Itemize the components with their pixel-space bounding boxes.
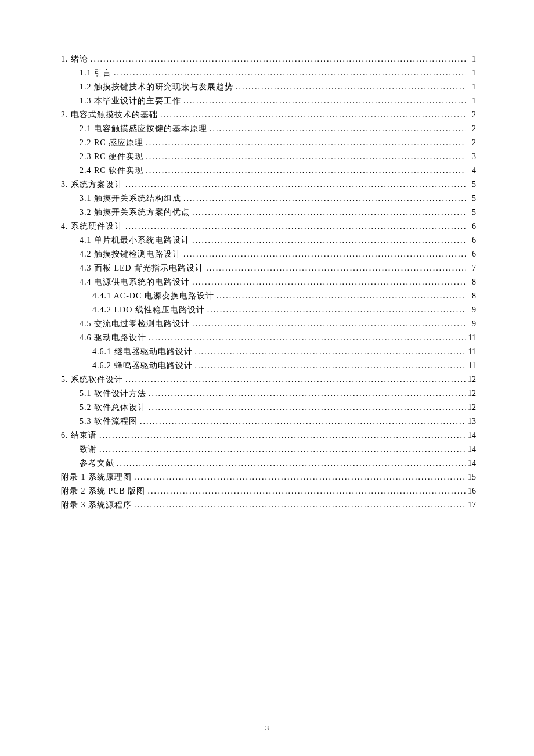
toc-entry: 4.1 单片机最小系统电路设计6	[61, 233, 476, 247]
toc-entry-page: 11	[466, 331, 476, 345]
toc-entry-label: 致谢	[80, 442, 97, 456]
toc-entry: 3.2 触摸开关系统方案的优点5	[61, 206, 476, 219]
toc-entry-label: 5.2 软件总体设计	[80, 401, 146, 415]
toc-leader-dots	[146, 331, 466, 345]
toc-leader-dots	[207, 122, 466, 136]
document-page: 1. 绪论11.1 引言11.2 触摸按键技术的研究现状与发展趋势11.3 本毕…	[0, 0, 534, 756]
toc-entry-label: 附录 2 系统 PCB 版图	[61, 484, 145, 498]
toc-entry: 1.1 引言1	[61, 66, 476, 80]
toc-leader-dots	[143, 136, 466, 150]
toc-leader-dots	[97, 429, 466, 442]
table-of-contents: 1. 绪论11.1 引言11.2 触摸按键技术的研究现状与发展趋势11.3 本毕…	[61, 52, 476, 512]
toc-leader-dots	[143, 164, 466, 178]
toc-entry-page: 11	[466, 359, 476, 373]
toc-entry-label: 附录 3 系统源程序	[61, 498, 132, 512]
toc-entry-label: 4.4.2 LDO 线性稳压电路设计	[92, 303, 205, 317]
toc-entry-label: 1.2 触摸按键技术的研究现状与发展趋势	[80, 80, 233, 94]
toc-entry-label: 2.2 RC 感应原理	[80, 136, 143, 150]
toc-entry-label: 3. 系统方案设计	[61, 178, 123, 192]
toc-entry-page: 8	[466, 289, 476, 303]
toc-entry-page: 9	[466, 317, 476, 331]
toc-leader-dots	[193, 345, 466, 359]
toc-leader-dots	[181, 247, 466, 261]
toc-entry: 附录 3 系统源程序17	[61, 498, 476, 512]
toc-entry-page: 3	[466, 150, 476, 164]
toc-entry-page: 2	[466, 108, 476, 122]
toc-entry-page: 5	[466, 192, 476, 206]
toc-entry-label: 1.1 引言	[80, 66, 111, 80]
toc-entry: 2. 电容式触摸技术的基础2	[61, 108, 476, 122]
toc-leader-dots	[204, 261, 466, 275]
toc-entry: 1.2 触摸按键技术的研究现状与发展趋势1	[61, 80, 476, 94]
toc-leader-dots	[123, 178, 466, 192]
toc-leader-dots	[190, 206, 466, 219]
toc-entry: 2.2 RC 感应原理2	[61, 136, 476, 150]
toc-entry-page: 1	[466, 66, 476, 80]
toc-entry-label: 5. 系统软件设计	[61, 373, 123, 387]
toc-entry: 1. 绪论1	[61, 52, 476, 66]
toc-entry-label: 2. 电容式触摸技术的基础	[61, 108, 158, 122]
toc-leader-dots	[205, 303, 466, 317]
toc-entry-page: 8	[466, 275, 476, 289]
toc-leader-dots	[190, 317, 466, 331]
toc-leader-dots	[145, 484, 466, 498]
toc-entry-page: 12	[466, 387, 476, 401]
toc-leader-dots	[143, 150, 466, 164]
toc-entry-page: 11	[466, 345, 476, 359]
toc-entry: 4.3 面板 LED 背光指示电路设计7	[61, 261, 476, 275]
toc-entry-label: 4. 系统硬件设计	[61, 219, 123, 233]
toc-leader-dots	[114, 456, 466, 470]
toc-entry-label: 2.4 RC 软件实现	[80, 164, 143, 178]
toc-leader-dots	[193, 359, 466, 373]
toc-entry-label: 2.1 电容触摸感应按键的基本原理	[80, 122, 207, 136]
toc-entry: 参考文献14	[61, 456, 476, 470]
toc-entry-label: 4.2 触摸按键检测电路设计	[80, 247, 181, 261]
toc-entry-label: 4.6.1 继电器驱动电路设计	[92, 345, 193, 359]
toc-leader-dots	[146, 401, 466, 415]
toc-entry-page: 4	[466, 164, 476, 178]
toc-entry: 4.4.2 LDO 线性稳压电路设计9	[61, 303, 476, 317]
toc-entry-label: 参考文献	[80, 456, 114, 470]
toc-entry: 2.4 RC 软件实现4	[61, 164, 476, 178]
toc-entry-label: 2.3 RC 硬件实现	[80, 150, 143, 164]
toc-entry: 2.1 电容触摸感应按键的基本原理2	[61, 122, 476, 136]
toc-entry-page: 15	[466, 470, 476, 484]
toc-leader-dots	[214, 289, 466, 303]
toc-entry: 4.6.1 继电器驱动电路设计11	[61, 345, 476, 359]
toc-entry-label: 附录 1 系统原理图	[61, 470, 132, 484]
toc-entry-page: 7	[466, 261, 476, 275]
toc-leader-dots	[88, 52, 466, 66]
toc-entry-page: 6	[466, 247, 476, 261]
toc-entry-label: 4.3 面板 LED 背光指示电路设计	[80, 261, 204, 275]
toc-entry-page: 6	[466, 219, 476, 233]
toc-leader-dots	[138, 415, 466, 429]
toc-entry-page: 13	[466, 415, 476, 429]
toc-entry: 附录 1 系统原理图15	[61, 470, 476, 484]
toc-leader-dots	[111, 66, 466, 80]
toc-entry-label: 3.2 触摸开关系统方案的优点	[80, 206, 190, 219]
toc-entry-page: 5	[466, 178, 476, 192]
toc-entry-page: 17	[466, 498, 476, 512]
toc-entry: 附录 2 系统 PCB 版图16	[61, 484, 476, 498]
toc-leader-dots	[132, 498, 466, 512]
toc-entry: 5.2 软件总体设计12	[61, 401, 476, 415]
toc-leader-dots	[190, 275, 466, 289]
toc-entry-page: 12	[466, 373, 476, 387]
toc-entry: 4.6 驱动电路设计11	[61, 331, 476, 345]
toc-entry: 4. 系统硬件设计6	[61, 219, 476, 233]
page-number: 3	[0, 723, 534, 733]
toc-entry: 2.3 RC 硬件实现3	[61, 150, 476, 164]
toc-entry: 3. 系统方案设计5	[61, 178, 476, 192]
toc-entry-label: 3.1 触摸开关系统结构组成	[80, 192, 181, 206]
toc-entry: 1.3 本毕业设计的主要工作1	[61, 94, 476, 108]
toc-entry: 3.1 触摸开关系统结构组成5	[61, 192, 476, 206]
toc-leader-dots	[123, 219, 466, 233]
toc-entry-page: 9	[466, 303, 476, 317]
toc-leader-dots	[132, 470, 466, 484]
toc-leader-dots	[233, 80, 466, 94]
toc-entry-label: 4.1 单片机最小系统电路设计	[80, 233, 190, 247]
toc-entry-label: 5.3 软件流程图	[80, 415, 138, 429]
toc-leader-dots	[146, 387, 466, 401]
toc-leader-dots	[181, 94, 466, 108]
toc-entry-page: 1	[466, 94, 476, 108]
